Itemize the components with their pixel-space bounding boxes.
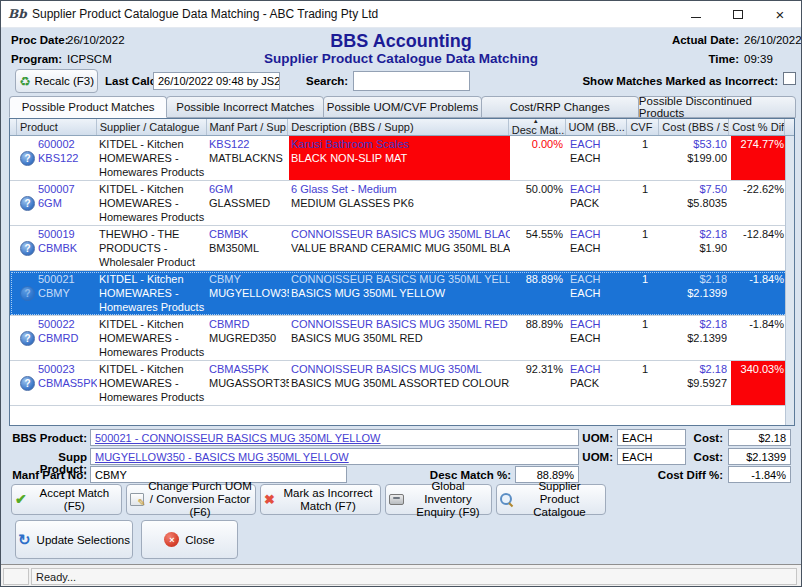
tab-possible-product-matches[interactable]: Possible Product Matches [9,96,167,118]
last-calc-field: 26/10/2022 09:48 by JS2 [153,72,280,90]
cost-bbs-label: Cost: [687,432,723,444]
tab-possible-uom-cvf-problems[interactable]: Possible UOM/CVF Problems [323,96,481,118]
match-help-icon[interactable]: ? [20,376,35,391]
col-product[interactable]: Product [17,119,97,135]
table-row[interactable]: ? 500021 CBMY KITDEL - Kitchen HOMEWARES… [10,271,794,316]
cell-desc-match: 92.31% [510,361,567,405]
search-input[interactable] [353,71,470,91]
cell-cost-diff: -1.84% [731,271,787,315]
change-uom-button[interactable]: Change Purch UOM / Conversion Factor (F6… [126,484,256,515]
show-incorrect-label: Show Matches Marked as Incorrect: [576,75,778,87]
cell-uom: EACH PACK [567,361,629,405]
cell-cost: $2.18 $9.5927 [661,361,731,405]
tab-possible-discontinued-products[interactable]: Possible Discontinued Products [638,96,796,118]
app-window: Bb Supplier Product Catalogue Data Match… [0,0,802,587]
minimize-button[interactable] [675,1,717,28]
cell-manf-part: CBMRD MUGRED350 [207,316,289,360]
cell-product: ? 500007 6GM [17,181,97,225]
cell-cost: $2.18 $1.90 [661,226,731,270]
cell-selector [10,226,17,270]
cell-manf-part: 6GM GLASSMED [207,181,289,225]
cell-uom: EACH EACH [567,316,629,360]
manf-part-label: Manf Part No: [9,469,87,481]
table-row[interactable]: ? 500007 6GM KITDEL - Kitchen HOMEWARES … [10,181,794,226]
cell-cost: $2.18 $2.1399 [661,271,731,315]
col-desc-match[interactable]: ▲Desc Mat... [509,119,566,135]
cell-selector [10,361,17,405]
table-row[interactable]: ? 500019 CBMBK THEWHO - THE PRODUCTS - W… [10,226,794,271]
check-icon: ✔ [15,493,27,506]
table-row[interactable]: ? 600002 KBS122 KITDEL - Kitchen HOMEWAR… [10,136,794,181]
cell-desc-match: 0.00% [510,136,567,180]
cost-diff-field: -1.84% [728,466,791,483]
match-help-icon[interactable]: ? [20,151,35,166]
cell-desc-match: 88.89% [510,316,567,360]
close-button[interactable]: × [759,1,801,28]
cell-selector [10,271,17,315]
cell-cost-diff: -22.62% [731,181,787,225]
title-bar: Bb Supplier Product Catalogue Data Match… [1,1,801,28]
tab-cost-rrp-changes[interactable]: Cost/RRP Changes [481,96,639,118]
cell-manf-part: CBMBK BM350ML [207,226,289,270]
match-help-icon[interactable]: ? [20,331,35,346]
bbs-product-link[interactable]: 500021 - CONNOISSEUR BASICS MUG 350ML YE… [95,432,381,444]
col-uom[interactable]: UOM (BB... [566,119,628,135]
show-incorrect-checkbox[interactable] [783,72,796,85]
cell-supplier: KITDEL - Kitchen HOMEWARES - Homewares P… [97,271,207,315]
close-circle-icon: × [164,532,179,547]
cell-selector [10,136,17,180]
col-manf-part[interactable]: Manf Part / Sup... [207,119,289,135]
global-inventory-button[interactable]: Global Inventory Enquiry (F9) [385,484,492,515]
header-selector [10,119,17,135]
maximize-button[interactable] [717,1,759,28]
col-supplier-catalogue[interactable]: Supplier / Catalogue [97,119,207,135]
cell-cost-diff: -1.84% [731,316,787,360]
mark-incorrect-button[interactable]: ✖ Mark as Incorrect Match (F7) [260,484,381,515]
cell-cost: $7.50 $5.8035 [661,181,731,225]
cell-selector [10,316,17,360]
table-row[interactable]: ? 500023 CBMAS5PK KITDEL - Kitchen HOMEW… [10,361,794,406]
match-help-icon[interactable]: ? [20,196,35,211]
match-help-icon[interactable]: ? [20,286,35,301]
cell-description: CONNOISSEUR BASICS MUG 350ML RED BASICS … [289,316,510,360]
recalc-button[interactable]: ♻ Recalc (F3) [15,69,98,93]
products-table: Product Supplier / Catalogue Manf Part /… [9,118,795,426]
match-help-icon[interactable]: ? [20,241,35,256]
cost-bbs-field: $2.18 [728,429,791,446]
cell-description: CONNOISSEUR BASICS MUG 350ML BLACK VALUE… [289,226,510,270]
last-calc-label: Last Calc: [105,75,160,87]
tab-possible-incorrect-matches[interactable]: Possible Incorrect Matches [166,96,324,118]
close-footer-button[interactable]: × Close [141,520,238,559]
accept-match-button[interactable]: ✔ Accept Match (F5) [11,484,122,515]
col-description[interactable]: Description (BBS / Supp) [288,119,508,135]
update-selections-button[interactable]: ↻ Update Selections [15,520,133,559]
cell-uom: EACH PACK [567,181,629,225]
red-x-icon: ✖ [264,493,275,506]
cell-cost: $2.18 $2.1399 [661,316,731,360]
search-label: Search: [306,75,348,87]
cell-description: 6 Glass Set - Medium MEDIUM GLASSES PK6 [289,181,510,225]
table-row[interactable]: ? 500022 CBMRD KITDEL - Kitchen HOMEWARE… [10,316,794,361]
col-cvf[interactable]: CVF [627,119,659,135]
edit-note-icon [130,493,144,506]
header-filler [785,119,794,135]
cell-cvf: 1 [629,226,661,270]
table-scrollbar[interactable] [785,136,794,425]
supp-product-link[interactable]: MUGYELLOW350 - BASICS MUG 350ML YELLOW [95,451,349,463]
cell-supplier: KITDEL - Kitchen HOMEWARES - Homewares P… [97,361,207,405]
status-text: Ready... [31,568,797,585]
cell-cost-diff: 274.77% [731,136,787,180]
status-grip [3,568,29,585]
magnifier-icon [500,493,513,506]
tab-bar: Possible Product Matches Possible Incorr… [9,96,795,118]
cell-description: Karusi Bathroom Scales BLACK NON-SLIP MA… [289,136,510,180]
cell-cvf: 1 [629,316,661,360]
col-cost-pct-diff[interactable]: Cost % Diff [729,119,785,135]
bbs-product-label: BBS Product: [9,432,87,444]
cell-product: ? 500021 CBMY [17,271,97,315]
drawer-icon [389,494,404,505]
supplier-catalogue-button[interactable]: Supplier Product Catalgoue [496,484,606,515]
cell-product: ? 500023 CBMAS5PK [17,361,97,405]
col-cost[interactable]: Cost (BBS / S... [659,119,729,135]
cell-product: ? 500019 CBMBK [17,226,97,270]
